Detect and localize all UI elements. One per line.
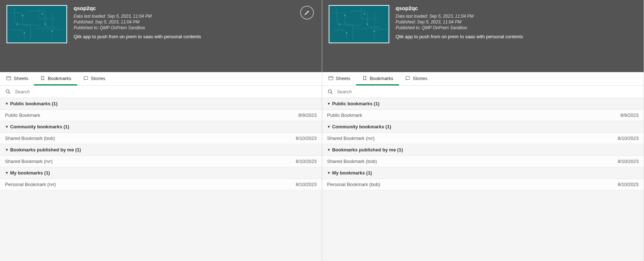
bookmarks-content: ▼Public bookmarks (1) Public Bookmark8/9… xyxy=(0,98,322,261)
app-thumbnail xyxy=(6,5,67,43)
section-community-label: Community bookmarks (1) xyxy=(332,124,391,129)
app-meta: Data last loaded: Sep 5, 2023, 11:04 PM … xyxy=(74,13,201,31)
pane-right: qsop2qc Data last loaded: Sep 5, 2023, 1… xyxy=(322,0,644,261)
item-name: Personal Bookmark (bob) xyxy=(327,182,380,187)
item-name: Shared Bookmark (rvr) xyxy=(327,136,374,141)
tab-stories[interactable]: Stories xyxy=(77,72,111,85)
app-header: qsop2qc Data last loaded: Sep 5, 2023, 1… xyxy=(322,0,644,72)
app-header: qsop2qc Data last loaded: Sep 5, 2023, 1… xyxy=(0,0,322,72)
section-public[interactable]: ▼Public bookmarks (1) xyxy=(322,98,644,110)
svg-rect-8 xyxy=(84,76,88,79)
meta-published-to: Published to: QMP OnPrem Sandbox xyxy=(74,25,201,31)
chevron-down-icon: ▼ xyxy=(327,171,331,175)
search-input[interactable] xyxy=(337,89,639,94)
item-date: 8/10/2023 xyxy=(296,136,317,141)
sheets-icon xyxy=(6,75,12,81)
list-item[interactable]: Public Bookmark8/9/2023 xyxy=(322,110,644,121)
pane-left: qsop2qc Data last loaded: Sep 5, 2023, 1… xyxy=(0,0,322,261)
edit-button[interactable] xyxy=(300,6,314,19)
list-item[interactable]: Shared Bookmark (rvr)8/10/2023 xyxy=(322,133,644,144)
chevron-down-icon: ▼ xyxy=(327,125,331,129)
search-bar xyxy=(0,86,322,98)
svg-rect-17 xyxy=(329,76,333,80)
list-item[interactable]: Shared Bookmark (bob)8/10/2023 xyxy=(0,133,322,144)
app-info: qsop2qc Data last loaded: Sep 5, 2023, 1… xyxy=(74,5,201,72)
bookmark-icon xyxy=(40,75,45,81)
search-input[interactable] xyxy=(15,89,317,94)
svg-point-2 xyxy=(17,23,18,25)
stories-icon xyxy=(83,75,89,81)
tab-sheets[interactable]: Sheets xyxy=(0,72,34,85)
item-date: 8/10/2023 xyxy=(618,182,639,187)
list-item[interactable]: Shared Bookmark (rvr)8/10/2023 xyxy=(0,156,322,167)
item-date: 8/10/2023 xyxy=(618,136,639,141)
list-item[interactable]: Personal Bookmark (rvr)8/10/2023 xyxy=(0,179,322,190)
app-meta: Data last loaded: Sep 5, 2023, 11:04 PM … xyxy=(396,13,523,31)
item-name: Shared Bookmark (bob) xyxy=(5,136,55,141)
section-my-bookmarks[interactable]: ▼My bookmarks (1) xyxy=(0,167,322,179)
item-name: Shared Bookmark (bob) xyxy=(327,159,377,164)
item-date: 8/9/2023 xyxy=(620,112,639,118)
list-item[interactable]: Shared Bookmark (bob)8/10/2023 xyxy=(322,156,644,167)
app-title: qsop2qc xyxy=(74,5,201,11)
section-community[interactable]: ▼Community bookmarks (1) xyxy=(0,121,322,133)
pencil-icon xyxy=(304,9,310,16)
nav-tabs: Sheets Bookmarks Stories xyxy=(0,72,322,86)
bookmarks-content: ▼Public bookmarks (1) Public Bookmark8/9… xyxy=(322,98,644,261)
app-title: qsop2qc xyxy=(396,5,523,11)
tab-bookmarks[interactable]: Bookmarks xyxy=(356,72,399,85)
section-published-by-me[interactable]: ▼Bookmarks published by me (1) xyxy=(322,144,644,156)
svg-point-14 xyxy=(367,23,368,25)
sheets-icon xyxy=(328,75,334,81)
chevron-down-icon: ▼ xyxy=(327,102,331,106)
meta-loaded: Data last loaded: Sep 5, 2023, 11:04 PM xyxy=(74,13,201,19)
section-published-by-me[interactable]: ▼Bookmarks published by me (1) xyxy=(0,144,322,156)
svg-point-1 xyxy=(22,15,23,16)
item-date: 8/10/2023 xyxy=(618,159,639,164)
section-published-by-me-label: Bookmarks published by me (1) xyxy=(332,147,403,152)
item-date: 8/10/2023 xyxy=(296,182,317,187)
section-public-label: Public bookmarks (1) xyxy=(332,101,379,106)
section-community-label: Community bookmarks (1) xyxy=(10,124,69,129)
stories-icon xyxy=(405,75,411,81)
search-icon xyxy=(327,89,333,95)
svg-point-19 xyxy=(328,90,331,93)
tab-bookmarks[interactable]: Bookmarks xyxy=(34,72,77,85)
section-my-bookmarks-label: My bookmarks (1) xyxy=(332,170,372,176)
app-info: qsop2qc Data last loaded: Sep 5, 2023, 1… xyxy=(396,5,523,72)
tab-bookmarks-label: Bookmarks xyxy=(370,76,393,81)
svg-point-15 xyxy=(346,32,347,34)
chevron-down-icon: ▼ xyxy=(327,148,331,152)
tab-stories[interactable]: Stories xyxy=(399,72,433,85)
section-published-by-me-label: Bookmarks published by me (1) xyxy=(10,147,81,152)
list-item[interactable]: Public Bookmark8/9/2023 xyxy=(0,110,322,121)
tab-sheets-label: Sheets xyxy=(336,76,350,81)
section-community[interactable]: ▼Community bookmarks (1) xyxy=(322,121,644,133)
svg-point-5 xyxy=(23,32,25,34)
section-my-bookmarks-label: My bookmarks (1) xyxy=(10,170,50,176)
item-name: Shared Bookmark (rvr) xyxy=(5,159,52,164)
item-name: Public Bookmark xyxy=(327,112,363,118)
section-public[interactable]: ▼Public bookmarks (1) xyxy=(0,98,322,110)
item-name: Personal Bookmark (rvr) xyxy=(5,182,56,187)
nav-tabs: Sheets Bookmarks Stories xyxy=(322,72,644,86)
meta-loaded: Data last loaded: Sep 5, 2023, 11:04 PM xyxy=(396,13,523,19)
chevron-down-icon: ▼ xyxy=(5,171,9,175)
chevron-down-icon: ▼ xyxy=(5,125,9,129)
app-description: Qlik app to push from on prem to saas wi… xyxy=(74,34,201,39)
chevron-down-icon: ▼ xyxy=(5,148,9,152)
svg-point-12 xyxy=(339,23,340,25)
tab-sheets[interactable]: Sheets xyxy=(322,72,356,85)
bookmark-icon xyxy=(362,75,368,81)
svg-point-16 xyxy=(373,30,375,32)
item-date: 8/9/2023 xyxy=(298,112,317,118)
svg-rect-18 xyxy=(406,76,410,79)
tab-stories-label: Stories xyxy=(413,76,427,81)
tab-bookmarks-label: Bookmarks xyxy=(48,76,71,81)
list-item[interactable]: Personal Bookmark (bob)8/10/2023 xyxy=(322,179,644,190)
svg-point-3 xyxy=(41,13,43,14)
meta-published: Published: Sep 5, 2023, 11:04 PM xyxy=(396,19,523,25)
svg-point-13 xyxy=(364,13,365,14)
tab-sheets-label: Sheets xyxy=(14,76,28,81)
section-my-bookmarks[interactable]: ▼My bookmarks (1) xyxy=(322,167,644,179)
